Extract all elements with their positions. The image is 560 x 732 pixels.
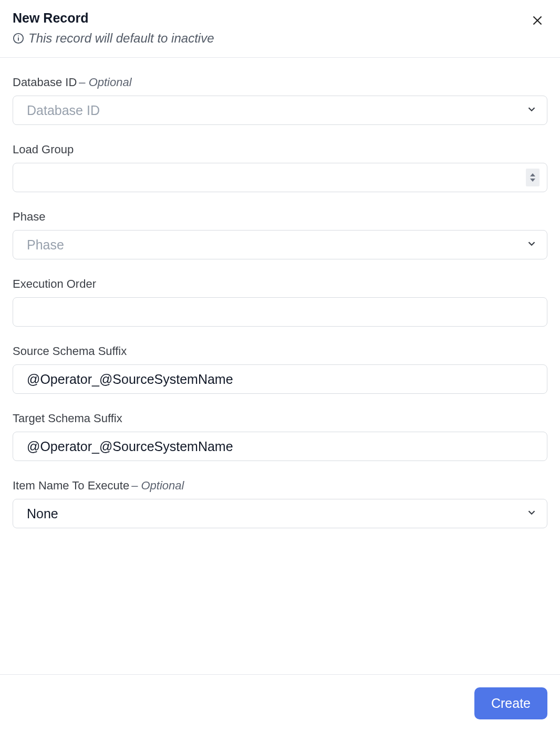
field-execution-order: Execution Order: [13, 277, 547, 327]
label-text: Source Schema Suffix: [13, 344, 127, 358]
field-label: Load Group: [13, 143, 547, 156]
chevron-down-icon: [526, 103, 537, 118]
field-label: Database ID – Optional: [13, 76, 547, 89]
field-label: Target Schema Suffix: [13, 412, 547, 425]
field-phase: Phase Phase: [13, 210, 547, 259]
label-text: Execution Order: [13, 277, 96, 291]
select-placeholder: Phase: [27, 237, 64, 253]
phase-select[interactable]: Phase: [13, 230, 547, 259]
field-label: Execution Order: [13, 277, 547, 291]
dialog-footer: Create: [0, 674, 560, 732]
execution-order-text[interactable]: [27, 305, 537, 320]
load-group-input[interactable]: [13, 163, 547, 192]
field-label: Source Schema Suffix: [13, 344, 547, 358]
select-placeholder: Database ID: [27, 103, 100, 118]
label-text: Phase: [13, 210, 45, 224]
label-text: Load Group: [13, 143, 74, 156]
dialog-title: New Record: [13, 11, 527, 26]
database-id-select[interactable]: Database ID: [13, 96, 547, 125]
info-icon: [13, 33, 24, 44]
label-text: Target Schema Suffix: [13, 412, 122, 425]
chevron-down-icon: [526, 237, 537, 253]
dialog-header: New Record This record will default to i…: [0, 0, 560, 58]
target-schema-suffix-input[interactable]: [13, 432, 547, 461]
close-icon: [531, 14, 544, 27]
optional-tag: – Optional: [131, 479, 184, 493]
dialog-subtitle: This record will default to inactive: [13, 31, 527, 46]
form-body: Database ID – Optional Database ID Load …: [0, 58, 560, 559]
spinner-down-icon: [530, 179, 535, 182]
subtitle-text: This record will default to inactive: [28, 31, 214, 46]
source-schema-suffix-text[interactable]: [27, 372, 537, 387]
spinner-up-icon: [530, 173, 535, 176]
field-label: Phase: [13, 210, 547, 224]
create-button[interactable]: Create: [474, 687, 547, 719]
close-button[interactable]: [527, 11, 547, 30]
field-source-schema-suffix: Source Schema Suffix: [13, 344, 547, 394]
field-load-group: Load Group: [13, 143, 547, 192]
select-value: None: [27, 506, 58, 521]
field-item-name-to-execute: Item Name To Execute – Optional None: [13, 479, 547, 528]
field-target-schema-suffix: Target Schema Suffix: [13, 412, 547, 461]
execution-order-input[interactable]: [13, 297, 547, 327]
field-label: Item Name To Execute – Optional: [13, 479, 547, 493]
number-spinner[interactable]: [526, 169, 540, 186]
target-schema-suffix-text[interactable]: [27, 439, 537, 454]
item-name-to-execute-select[interactable]: None: [13, 499, 547, 528]
label-text: Database ID: [13, 76, 77, 89]
chevron-down-icon: [526, 506, 537, 521]
field-database-id: Database ID – Optional Database ID: [13, 76, 547, 125]
svg-point-2: [18, 36, 19, 37]
optional-tag: – Optional: [79, 76, 131, 89]
source-schema-suffix-input[interactable]: [13, 364, 547, 394]
label-text: Item Name To Execute: [13, 479, 129, 493]
load-group-text[interactable]: [27, 170, 537, 185]
